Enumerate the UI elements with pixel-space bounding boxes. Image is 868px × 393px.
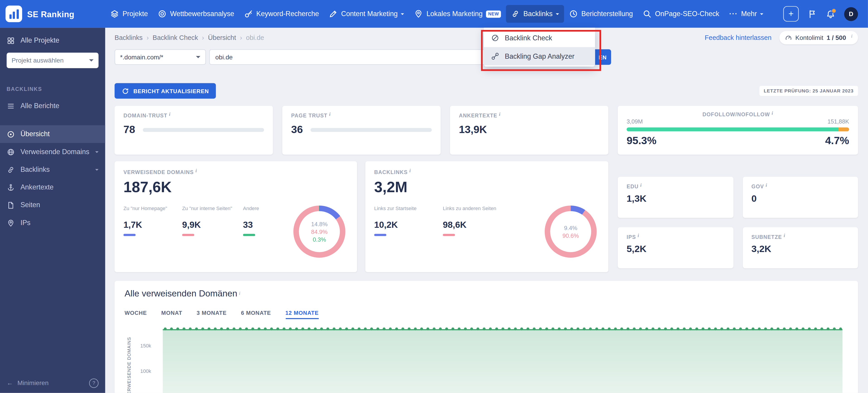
dofollow-count: 3,09M xyxy=(627,118,643,125)
nav-item-label: OnPage-SEO-Check xyxy=(655,10,719,18)
reporting-icon xyxy=(569,9,578,18)
backlinks-value: 3,2M xyxy=(374,179,599,196)
project-select[interactable]: Projekt auswählen xyxy=(6,53,98,68)
referring-domains-label: VERWEISENDE DOMAINS xyxy=(123,169,194,175)
breadcrumb-current: obi.de xyxy=(246,34,264,41)
nav-item-projekte[interactable]: Projekte xyxy=(105,5,153,23)
flag-icon xyxy=(808,9,817,19)
sidebar-item-ankertexte[interactable]: Ankertexte xyxy=(0,178,105,196)
legend-bar xyxy=(182,234,194,236)
nav-item-berichterstellung[interactable]: Berichterstellung xyxy=(564,5,638,23)
sidebar-menu: Alle Berichte Übersicht Verweisende Doma… xyxy=(0,97,105,232)
dropdown-item-label: Backling Gap Analyzer xyxy=(505,52,575,60)
nav-item-backlinks[interactable]: Backlinks xyxy=(506,5,564,23)
backlink-gap-analyzer-icon xyxy=(491,52,499,60)
info-icon[interactable]: i xyxy=(638,233,639,238)
info-icon[interactable]: i xyxy=(772,110,773,116)
sidebar-item-ips[interactable]: IPs xyxy=(0,214,105,232)
sidebar-item-alle-berichte[interactable]: Alle Berichte xyxy=(0,97,105,115)
gov-card: GOVi 0 xyxy=(743,177,858,218)
info-icon[interactable]: i xyxy=(783,233,785,238)
pages-icon xyxy=(6,201,15,209)
dropdown-item-backlink-check[interactable]: Backlink Check xyxy=(484,29,595,47)
nav-item-content-marketing[interactable]: Content Marketing xyxy=(324,5,409,23)
account-limit-label: Kontolimit xyxy=(795,34,823,41)
breakdown-internal-pages: Zu "nur interne Seiten" 9,9K xyxy=(182,205,235,236)
minimize-sidebar-button[interactable]: ← Minimieren xyxy=(6,380,49,386)
help-button[interactable]: ? xyxy=(89,378,99,388)
tab-12-monate[interactable]: 12 MONATE xyxy=(285,310,319,319)
scope-select[interactable]: *.domain.com/* xyxy=(115,49,206,65)
brand-logo[interactable]: SE Ranking xyxy=(5,5,74,22)
user-avatar[interactable]: D xyxy=(844,7,858,21)
nav-item-label: Mehr xyxy=(741,10,757,18)
info-icon[interactable]: i xyxy=(851,33,852,39)
refresh-report-button[interactable]: BERICHT AKTUALISIEREN xyxy=(115,83,216,99)
info-icon[interactable]: i xyxy=(169,111,171,117)
backlinks-label: BACKLINKS xyxy=(374,169,408,175)
anchor-texts-card: ANKERTEXTEi 13,9K xyxy=(450,106,608,155)
project-select-value: Projekt auswählen xyxy=(11,57,64,64)
account-limit-badge[interactable]: Kontolimit 1 / 500 i xyxy=(779,31,858,45)
notifications-button[interactable] xyxy=(826,9,835,19)
breadcrumb-backlink-check[interactable]: Backlink Check xyxy=(153,34,198,41)
content-marketing-icon xyxy=(329,9,338,18)
info-icon[interactable]: i xyxy=(329,111,331,117)
chevron-down-icon xyxy=(89,59,94,64)
flag-button[interactable] xyxy=(808,9,817,19)
tab-monat[interactable]: MONAT xyxy=(161,310,182,319)
info-icon[interactable]: i xyxy=(409,168,411,173)
tab-6-monate[interactable]: 6 MONATE xyxy=(241,310,271,319)
competitor-analysis-icon xyxy=(158,9,167,18)
nav-item-label: Keyword-Recherche xyxy=(256,10,319,18)
referring-domains-value: 187,6K xyxy=(123,179,348,196)
data-points xyxy=(163,326,842,331)
nav-item-mehr[interactable]: ··· Mehr xyxy=(724,5,769,22)
info-icon[interactable]: i xyxy=(195,168,197,173)
chevron-down-icon xyxy=(95,151,99,155)
nav-item-wettbewerbsanalyse[interactable]: Wettbewerbsanalyse xyxy=(153,5,239,23)
side-stats-grid: EDUi 1,3K GOVi 0 IPSi 5,2K SUBNETZEi 3,2… xyxy=(618,161,858,272)
info-icon[interactable]: i xyxy=(766,182,767,188)
y-tick: 100k xyxy=(131,368,151,374)
breadcrumb-uebersicht[interactable]: Übersicht xyxy=(208,34,236,41)
legend-bar xyxy=(443,234,455,236)
new-badge: NEW xyxy=(486,10,501,18)
link-icon xyxy=(6,165,15,174)
info-icon[interactable]: i xyxy=(499,111,501,117)
chevron-right-icon: › xyxy=(147,34,149,41)
sidebar-item-label: IPs xyxy=(20,219,30,227)
nav-item-label: Lokales Marketing xyxy=(427,10,483,18)
nav-item-lokales-marketing[interactable]: Lokales Marketing NEW xyxy=(409,5,506,23)
gauge-icon xyxy=(785,34,792,41)
sidebar-item-uebersicht[interactable]: Übersicht xyxy=(0,125,105,143)
question-icon: ? xyxy=(92,380,95,386)
refresh-icon xyxy=(122,87,129,94)
nav-item-onpage-seo-check[interactable]: OnPage-SEO-Check xyxy=(638,5,724,23)
dofollow-nofollow-card: DOFOLLOW/NOFOLLOWi 3,09M 151,88K 95.3% 4… xyxy=(618,106,858,155)
chevron-down-icon xyxy=(196,56,200,60)
feedback-link[interactable]: Feedback hinterlassen xyxy=(705,34,772,41)
page-trust-label: PAGE TRUST xyxy=(291,112,328,118)
nav-item-label: Berichterstellung xyxy=(581,10,633,18)
info-icon[interactable]: i xyxy=(239,290,240,296)
sidebar-all-projects[interactable]: Alle Projekte xyxy=(6,33,98,48)
chevron-down-icon xyxy=(556,13,559,17)
sidebar-item-backlinks[interactable]: Backlinks xyxy=(0,161,105,178)
add-project-button[interactable]: + xyxy=(783,6,799,22)
local-marketing-icon xyxy=(414,9,423,18)
avatar-letter: D xyxy=(849,10,853,17)
nav-item-keyword-recherche[interactable]: Keyword-Recherche xyxy=(239,5,324,23)
dropdown-item-backlink-gap-analyzer[interactable]: Backling Gap Analyzer xyxy=(484,47,595,65)
sidebar-item-seiten[interactable]: Seiten xyxy=(0,196,105,214)
tab-3-monate[interactable]: 3 MONATE xyxy=(197,310,227,319)
dofollow-percent: 95.3% xyxy=(627,135,656,147)
metrics-row: DOMAIN-TRUSTi 78 PAGE TRUSTi 36 ANKERTEX… xyxy=(115,106,858,155)
breadcrumb-backlinks[interactable]: Backlinks xyxy=(115,34,143,41)
nav-item-label: Content Marketing xyxy=(341,10,398,18)
sidebar-item-verweisende-domains[interactable]: Verweisende Domains xyxy=(0,143,105,161)
info-icon[interactable]: i xyxy=(640,182,642,188)
nav-item-label: Wettbewerbsanalyse xyxy=(170,10,234,18)
tab-woche[interactable]: WOCHE xyxy=(125,310,147,319)
chevron-down-icon xyxy=(401,13,404,17)
